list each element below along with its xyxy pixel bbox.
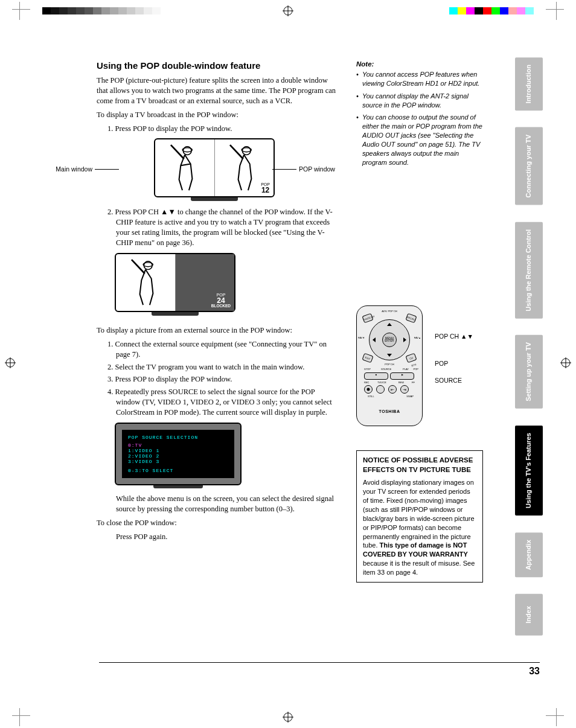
- note-list: You cannot access POP features when view…: [356, 70, 483, 167]
- close-step: Press POP again.: [116, 532, 338, 542]
- note-item-2: You cannot display the ANT-2 signal sour…: [356, 92, 483, 110]
- lbl-rec: REC: [364, 381, 369, 384]
- dpad-left-icon: [373, 337, 376, 342]
- remote-control-icon: ADV. POP CH FAVSCAN RECALL MENU/ ENTER F…: [356, 305, 423, 426]
- notice-body-post: because it is the result of misuse. See …: [363, 560, 475, 576]
- notice-body-pre: Avoid displaying stationary images on yo…: [363, 479, 475, 549]
- callout-source: SOURCE: [435, 377, 462, 384]
- tab-introduction[interactable]: Introduction: [515, 57, 543, 110]
- right-column: Note: You cannot access POP features whe…: [356, 60, 483, 583]
- tv-diagram-blocked: POP 24 BLOCKED: [115, 253, 338, 318]
- main-window-pane: [155, 139, 215, 196]
- ext-step-4: 4. Repeatedly press SOURCE to select the…: [107, 387, 338, 418]
- tab-remote[interactable]: Using the Remote Control: [515, 222, 543, 319]
- registration-target-right: [560, 357, 571, 371]
- crop-mark-tl: [12, 2, 30, 20]
- callout-pop: POP: [435, 360, 448, 367]
- dpad-right-icon: [403, 337, 406, 342]
- registration-bottom: [0, 711, 576, 723]
- color-bars: [449, 7, 534, 14]
- btn-adv-popch-label: ADV. POP CH: [357, 310, 422, 313]
- note-title: Note:: [356, 60, 483, 68]
- note-item-1: You cannot access POP features when view…: [356, 70, 483, 88]
- registration-target-bottom: [283, 712, 293, 723]
- crop-mark-br: [546, 708, 564, 726]
- registration-target-left: [5, 357, 16, 371]
- step-2: 2. Press POP CH ▲▼ to change the channel…: [107, 207, 338, 248]
- left-column: Using the POP double-window feature The …: [97, 60, 338, 541]
- source-row-2: 2:VIDEO 2: [128, 453, 228, 459]
- btn-fav-down: FAV▼: [358, 336, 365, 339]
- tab-connecting[interactable]: Connecting your TV: [515, 127, 543, 205]
- registration-target-top: [283, 5, 293, 16]
- main-window-pane: [116, 254, 176, 311]
- step-1: 1. Press POP to display the POP window.: [107, 124, 338, 134]
- pop-window-pane: POP 12: [215, 139, 274, 196]
- svg-line-17: [132, 260, 145, 273]
- main-window-label: Main window: [50, 165, 92, 173]
- tab-features[interactable]: Using the TV's Features: [515, 426, 543, 516]
- batter-icon: [125, 257, 166, 307]
- remote-diagram: ADV. POP CH FAVSCAN RECALL MENU/ ENTER F…: [356, 305, 483, 426]
- section-heading: Using the POP double-window feature: [97, 60, 338, 71]
- svg-line-14: [230, 145, 243, 159]
- lbl-source: SOURCE: [381, 368, 391, 371]
- page-content: Using the POP double-window feature The …: [97, 60, 483, 545]
- btn-play-pop: ▶: [390, 372, 414, 380]
- pop-blocked-indicator: POP 24 BLOCKED: [211, 293, 231, 308]
- broadcast-lead: To display a TV broadcast in the POP win…: [97, 110, 338, 120]
- dpad-ring: MENU/ ENTER: [369, 319, 410, 360]
- close-lead: To close the POP window:: [97, 518, 338, 528]
- btn-recall: RECALL: [405, 313, 417, 324]
- batter-icon: [223, 142, 264, 192]
- source-caption: While the above menu is on the screen, y…: [116, 494, 338, 514]
- crop-mark-bl: [12, 708, 30, 726]
- svg-line-11: [171, 145, 184, 159]
- source-row-1: 1:VIDEO 1: [128, 448, 228, 453]
- svg-point-10: [182, 148, 192, 152]
- note-item-3: You can choose to output the sound of ei…: [356, 113, 483, 167]
- notice-title: NOTICE OF POSSIBLE ADVERSE EFFECTS ON TV…: [363, 456, 476, 474]
- lbl-still: STILL: [368, 395, 374, 398]
- tab-setup[interactable]: Setting up your TV: [515, 335, 543, 409]
- pop-blocked-pane: POP 24 BLOCKED: [176, 254, 235, 311]
- source-menu-title: POP SOURCE SELECTION: [128, 435, 228, 440]
- pop-channel-indicator: POP 12: [261, 182, 270, 194]
- tab-appendix[interactable]: Appendix: [515, 532, 543, 577]
- btn-stop-source: ■: [364, 372, 388, 380]
- lbl-play: PLAY: [403, 368, 409, 371]
- page-number: 33: [529, 666, 540, 677]
- remote-brand: TOSHIBA: [357, 409, 422, 413]
- registration-top: [0, 5, 576, 17]
- lbl-tvvcr: TV/VCR: [377, 381, 386, 384]
- btn-menu-enter: MENU/ ENTER: [382, 333, 397, 347]
- batter-icon: [164, 142, 205, 192]
- svg-point-16: [143, 263, 153, 267]
- tab-index[interactable]: Index: [515, 594, 543, 636]
- btn-exit: EXIT: [362, 353, 373, 363]
- ext-step-1: 1. Connect the external source equipment…: [107, 339, 338, 360]
- lbl-rew: REW: [398, 381, 404, 384]
- lbl-ff: FF: [412, 381, 415, 384]
- btn-ff: ⇥: [400, 385, 409, 394]
- pop-window-label: POP window: [299, 165, 335, 173]
- section-tabs: Introduction Connecting your TV Using th…: [515, 57, 543, 636]
- warranty-notice: NOTICE OF POSSIBLE ADVERSE EFFECTS ON TV…: [356, 450, 483, 582]
- callout-popch: POP CH ▲▼: [435, 333, 473, 340]
- grayscale-bars: [42, 7, 161, 14]
- lbl-pop: POP: [414, 368, 418, 371]
- intro-paragraph: The POP (picture-out-picture) feature sp…: [97, 75, 338, 106]
- btn-fav-up: FAV▲: [414, 336, 421, 339]
- ext-step-3: 3. Press POP to display the POP window.: [107, 374, 338, 385]
- btn-rew: ⇤: [388, 385, 397, 394]
- source-row-3: 3:VIDEO 3: [128, 459, 228, 464]
- ext-step-2: 2. Select the TV program you want to wat…: [107, 362, 338, 372]
- pop-source-menu: POP SOURCE SELECTION 0:TV 1:VIDEO 1 2:VI…: [115, 423, 242, 485]
- btn-tvvcr: [376, 385, 385, 394]
- source-footer: 0-3:TO SELECT: [128, 468, 228, 473]
- source-row-0: 0:TV: [128, 442, 228, 448]
- dpad-up-icon: [387, 323, 392, 326]
- external-lead: To display a picture from an external so…: [97, 325, 338, 336]
- dpad-down-icon: [387, 354, 392, 357]
- tv-diagram-split: Main window POP 12 POP window: [94, 138, 338, 199]
